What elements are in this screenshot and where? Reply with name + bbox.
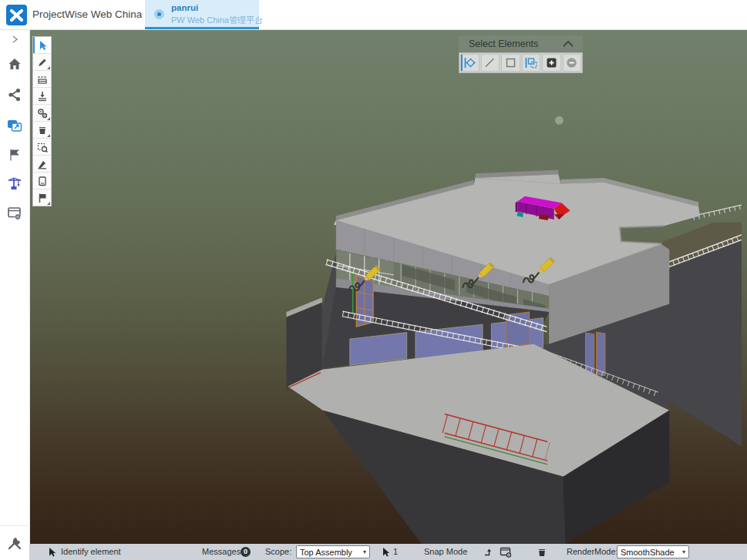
sidebar-item-flag[interactable] — [0, 142, 29, 168]
drawing-toolbar — [32, 36, 52, 206]
viewport-3d-scene[interactable] — [29, 29, 747, 544]
messages-count-badge[interactable]: 0 — [241, 547, 251, 557]
projectwise-logo-icon[interactable] — [6, 5, 27, 25]
right-terrace-block — [660, 205, 742, 446]
sidebar-item-share[interactable] — [0, 82, 29, 108]
construction-crane-icon — [6, 176, 23, 193]
tool-select[interactable] — [33, 37, 51, 54]
select-cursor-icon — [36, 39, 49, 52]
tools-icon — [6, 535, 23, 552]
tool-sign-pen[interactable] — [33, 156, 51, 173]
tool-notes[interactable] — [33, 173, 51, 189]
app-title: ProjectWise Web China — [32, 0, 142, 29]
share-icon — [7, 87, 22, 102]
review-markup-icon — [6, 118, 23, 133]
identify-element-label[interactable]: Identify element — [61, 544, 121, 560]
snap-mode-label[interactable]: Snap Mode — [424, 544, 467, 560]
connection-tab[interactable]: panrui PW Web China管理平台 — [145, 0, 259, 29]
remove-mode-icon — [565, 56, 578, 69]
snap-mode-icon[interactable] — [483, 547, 493, 558]
tab-user-name: panrui — [171, 3, 198, 12]
selection-add-button[interactable] — [542, 54, 561, 72]
view-origin-dot — [554, 116, 564, 125]
fence-element-icon — [463, 56, 476, 69]
dropdown-caret-icon: ▾ — [363, 548, 366, 555]
render-mode-dropdown[interactable]: SmoothShade▾ — [617, 545, 689, 558]
line-select-icon — [483, 56, 496, 69]
tool-flag[interactable] — [33, 189, 51, 206]
select-elements-title: Select Elements — [459, 39, 560, 49]
drop-arrow-icon — [36, 90, 49, 102]
pen-icon — [36, 158, 49, 170]
sidebar-item-review[interactable] — [0, 112, 29, 139]
tool-section[interactable] — [33, 71, 51, 88]
selection-cursor-icon — [382, 547, 391, 558]
sidebar-expand-button[interactable] — [0, 31, 29, 48]
fence-copy-icon — [524, 56, 538, 69]
tool-settings-gears[interactable] — [33, 105, 51, 122]
tab-workspace-name: PW Web China管理平台 — [171, 15, 263, 26]
collapse-chevron-icon[interactable] — [560, 39, 577, 49]
add-mode-icon — [545, 56, 558, 69]
top-bar: ProjectWise Web China panrui PW Web Chin… — [0, 0, 747, 30]
statusbar-window-gear-icon[interactable] — [500, 547, 512, 558]
flag-icon — [7, 147, 22, 163]
select-line-button[interactable] — [481, 54, 500, 72]
sidebar-item-app-settings[interactable] — [0, 200, 29, 226]
tool-zoom-select[interactable] — [33, 139, 51, 156]
render-mode-value: SmoothShade — [621, 548, 675, 557]
zoom-select-icon — [36, 141, 49, 153]
section-icon — [36, 73, 49, 86]
chevron-right-icon — [8, 33, 21, 45]
logo-glyph — [6, 5, 27, 25]
select-elements-toolbar: Select Elements — [459, 35, 583, 73]
statusbar-bucket-icon[interactable] — [537, 547, 547, 558]
select-element-button[interactable] — [460, 54, 479, 72]
left-sidebar — [0, 29, 30, 560]
browser-gear-icon — [6, 205, 23, 222]
scope-label: Scope: — [265, 544, 291, 560]
identify-cursor-icon — [48, 547, 57, 558]
render-mode-label: RenderMode: — [567, 544, 618, 560]
select-fence-button[interactable] — [522, 54, 541, 72]
dropdown-caret-icon: ▾ — [682, 548, 685, 555]
application-window: ProjectWise Web China panrui PW Web Chin… — [0, 0, 747, 560]
connection-status-icon — [154, 9, 164, 19]
scope-value: Top Assembly — [300, 548, 352, 557]
selection-remove-button[interactable] — [563, 54, 582, 72]
select-elements-buttons — [459, 52, 583, 73]
selection-count: 1 — [393, 544, 398, 560]
status-bar: Identify element Messages 0 Scope: Top A… — [29, 544, 747, 560]
sidebar-item-home[interactable] — [0, 51, 29, 77]
box-select-icon — [504, 56, 517, 69]
home-icon — [7, 56, 22, 72]
model-viewport[interactable]: Select Elements — [29, 29, 747, 544]
tool-markup-pencil[interactable] — [33, 54, 51, 71]
sidebar-tools-button[interactable] — [0, 525, 29, 560]
messages-label[interactable]: Messages — [202, 544, 241, 560]
select-box-button[interactable] — [501, 54, 520, 72]
sidebar-item-construction[interactable] — [0, 171, 29, 197]
scope-dropdown[interactable]: Top Assembly▾ — [296, 545, 370, 558]
select-elements-titlebar[interactable]: Select Elements — [459, 35, 583, 52]
tool-measure-drop[interactable] — [33, 88, 51, 105]
tool-paint-bucket[interactable] — [33, 122, 51, 139]
notes-icon — [36, 175, 49, 187]
